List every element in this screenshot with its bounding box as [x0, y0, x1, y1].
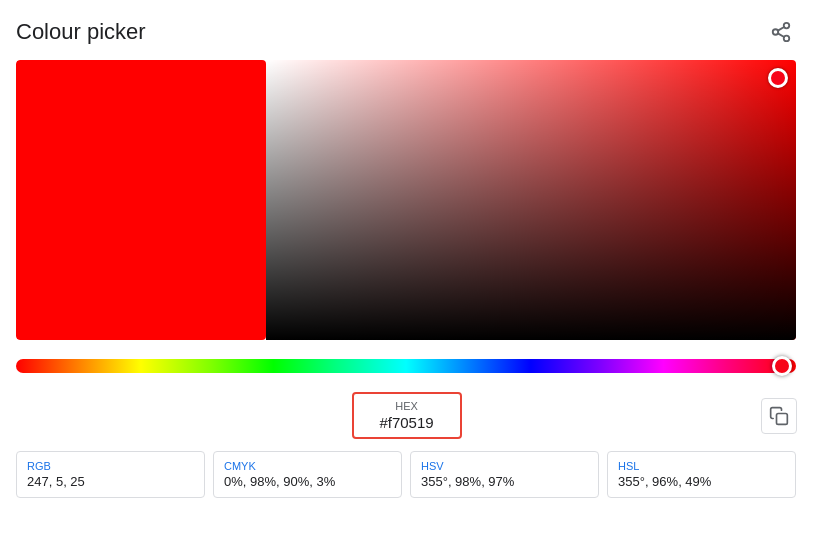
color-value-label-rgb: RGB: [27, 460, 194, 472]
color-value-box-hsv[interactable]: HSV355°, 98%, 97%: [410, 451, 599, 498]
hex-input-row: HEX #f70519: [16, 392, 797, 439]
hue-slider-track[interactable]: [16, 359, 796, 373]
color-value-label-hsl: HSL: [618, 460, 785, 472]
color-value-text-cmyk: 0%, 98%, 90%, 3%: [224, 474, 391, 489]
page-title: Colour picker: [16, 19, 146, 45]
color-value-text-hsv: 355°, 98%, 97%: [421, 474, 588, 489]
color-value-box-cmyk[interactable]: CMYK0%, 98%, 90%, 3%: [213, 451, 402, 498]
picker-handle[interactable]: [768, 68, 788, 88]
copy-button[interactable]: [761, 398, 797, 434]
share-button[interactable]: [765, 16, 797, 48]
color-value-label-cmyk: CMYK: [224, 460, 391, 472]
color-values-row: RGB247, 5, 25CMYK0%, 98%, 90%, 3%HSV355°…: [16, 451, 796, 498]
color-value-label-hsv: HSV: [421, 460, 588, 472]
svg-rect-8: [266, 60, 796, 340]
color-value-box-rgb[interactable]: RGB247, 5, 25: [16, 451, 205, 498]
color-picker-canvas[interactable]: [16, 60, 796, 340]
hex-value[interactable]: #f70519: [366, 414, 448, 431]
svg-line-4: [778, 27, 784, 31]
hex-label: HEX: [366, 400, 448, 412]
hex-input-box[interactable]: HEX #f70519: [352, 392, 462, 439]
header: Colour picker: [16, 16, 797, 48]
color-value-text-hsl: 355°, 96%, 49%: [618, 474, 785, 489]
hue-slider-container: [16, 356, 796, 376]
picker-gradient-bg: [16, 60, 796, 340]
colour-picker-container: Colour picker: [0, 0, 813, 514]
svg-rect-9: [777, 413, 788, 424]
hue-slider-handle[interactable]: [772, 356, 792, 376]
svg-rect-5: [16, 60, 266, 340]
svg-line-3: [778, 33, 784, 37]
color-value-box-hsl[interactable]: HSL355°, 96%, 49%: [607, 451, 796, 498]
color-value-text-rgb: 247, 5, 25: [27, 474, 194, 489]
